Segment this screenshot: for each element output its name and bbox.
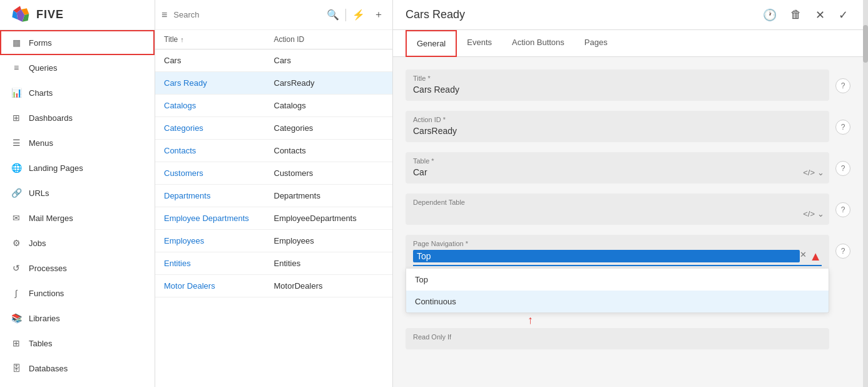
lightning-button[interactable]: ⚡ bbox=[350, 6, 367, 23]
table-row[interactable]: Categories Categories bbox=[155, 117, 392, 140]
sidebar-label-libraries: Libraries bbox=[29, 314, 60, 323]
sidebar-label-urls: URLs bbox=[29, 188, 49, 198]
table-row[interactable]: Customers Customers bbox=[155, 162, 392, 185]
cell-action: Categories bbox=[274, 123, 384, 133]
sidebar-item-mail-merges[interactable]: ✉ Mail Merges bbox=[0, 205, 155, 230]
sidebar-item-jobs[interactable]: ⚙ Jobs bbox=[0, 230, 155, 255]
form-content: Title * Cars Ready ? Action ID * CarsRea… bbox=[393, 57, 863, 387]
dep-dropdown-icon[interactable]: ⌄ bbox=[817, 209, 824, 219]
dependent-table-field-row: Dependent Table </> ⌄ ? bbox=[406, 194, 850, 225]
title-label: Title * bbox=[413, 75, 822, 82]
cell-title: Customers bbox=[164, 168, 274, 178]
sidebar-item-charts[interactable]: 📊 Charts bbox=[0, 80, 155, 105]
add-button[interactable]: ＋ bbox=[371, 6, 386, 24]
cell-action: Entities bbox=[274, 259, 384, 268]
read-only-container: Read Only If bbox=[406, 328, 829, 349]
sidebar-icon-processes: ↺ bbox=[10, 262, 23, 274]
page-navigation-field-row: Page Navigation * Top ✕ ▲ Top Continuous bbox=[406, 235, 850, 349]
page-nav-inner: Page Navigation * Top ✕ ▲ bbox=[406, 235, 829, 269]
cell-action: MotorDealers bbox=[274, 281, 384, 291]
sidebar-item-processes[interactable]: ↺ Processes bbox=[0, 255, 155, 281]
sidebar-nav: ▦ Forms ≡ Queries 📊 Charts ⊞ Dashboards … bbox=[0, 30, 155, 387]
sidebar-item-urls[interactable]: 🔗 URLs bbox=[0, 180, 155, 205]
dropdown-item-top[interactable]: Top bbox=[406, 269, 829, 291]
sidebar-item-forms[interactable]: ▦ Forms bbox=[0, 30, 155, 55]
search-input[interactable] bbox=[173, 10, 320, 19]
col-title-header[interactable]: Title ↑ bbox=[164, 35, 274, 44]
cell-title: Employee Departments bbox=[164, 214, 274, 223]
table-row[interactable]: Catalogs Catalogs bbox=[155, 95, 392, 117]
table-code-icon[interactable]: </> bbox=[803, 168, 815, 177]
sidebar-item-functions[interactable]: ∫ Functions bbox=[0, 281, 155, 306]
dep-code-icon[interactable]: </> bbox=[803, 209, 815, 219]
cell-title: Departments bbox=[164, 191, 274, 200]
delete-button[interactable]: 🗑 bbox=[788, 6, 804, 24]
toolbar-divider bbox=[345, 9, 346, 21]
title-help-icon[interactable]: ? bbox=[835, 78, 850, 93]
action-id-value[interactable]: CarsReady bbox=[413, 126, 822, 136]
page-title: Cars Ready bbox=[406, 8, 760, 21]
title-field-row: Title * Cars Ready ? bbox=[406, 70, 850, 101]
table-row[interactable]: Cars Ready CarsReady bbox=[155, 72, 392, 95]
dropdown-item-continuous[interactable]: Continuous bbox=[406, 291, 829, 312]
tab-pages[interactable]: Pages bbox=[574, 30, 618, 57]
table-row[interactable]: Departments Departments bbox=[155, 185, 392, 207]
sidebar-icon-charts: 📊 bbox=[10, 86, 23, 99]
title-value[interactable]: Cars Ready bbox=[413, 85, 822, 95]
action-id-help-icon[interactable]: ? bbox=[835, 120, 850, 135]
page-nav-dropdown: Top Continuous bbox=[406, 269, 829, 313]
tab-events[interactable]: Events bbox=[457, 30, 502, 57]
cell-action: Customers bbox=[274, 168, 384, 178]
tab-action-buttons[interactable]: Action Buttons bbox=[502, 30, 574, 57]
page-nav-arrow-icon[interactable]: ▲ bbox=[809, 250, 822, 262]
cell-title: Contacts bbox=[164, 146, 274, 155]
table-label: Table * bbox=[413, 157, 822, 165]
dependent-table-value[interactable] bbox=[413, 209, 822, 219]
table-row[interactable]: Motor Dealers MotorDealers bbox=[155, 275, 392, 297]
table-row[interactable]: Employees Employees bbox=[155, 230, 392, 252]
sidebar-item-menus[interactable]: ☰ Menus bbox=[0, 130, 155, 155]
cell-action: EmployeeDepartments bbox=[274, 214, 384, 223]
sidebar-item-instances[interactable]: ◈ Instances bbox=[0, 381, 155, 387]
cell-action: Contacts bbox=[274, 146, 384, 155]
sidebar-label-jobs: Jobs bbox=[29, 239, 46, 248]
tab-general[interactable]: General bbox=[406, 30, 457, 57]
page-nav-value[interactable]: Top bbox=[413, 250, 800, 262]
table-row[interactable]: Entities Entities bbox=[155, 252, 392, 275]
sidebar-label-processes: Processes bbox=[29, 264, 67, 273]
sidebar-icon-landing-pages: 🌐 bbox=[10, 162, 23, 174]
table-value[interactable]: Car bbox=[413, 167, 822, 177]
table-help-icon[interactable]: ? bbox=[835, 161, 850, 176]
sidebar-item-tables[interactable]: ⊞ Tables bbox=[0, 331, 155, 356]
table-row[interactable]: Contacts Contacts bbox=[155, 140, 392, 162]
history-button[interactable]: 🕐 bbox=[760, 6, 779, 24]
cell-title: Catalogs bbox=[164, 101, 274, 110]
sidebar-item-libraries[interactable]: 📚 Libraries bbox=[0, 306, 155, 331]
table-row[interactable]: Employee Departments EmployeeDepartments bbox=[155, 207, 392, 230]
table-field: Table * Car </> ⌄ bbox=[406, 152, 829, 183]
right-scrollbar[interactable] bbox=[863, 0, 868, 387]
dependent-table-help-icon[interactable]: ? bbox=[835, 202, 850, 217]
sidebar-icon-databases: 🗄 bbox=[10, 362, 23, 374]
sidebar-icon-tables: ⊞ bbox=[10, 337, 23, 349]
dependent-table-icons: </> ⌄ bbox=[803, 209, 824, 219]
close-button[interactable]: ✕ bbox=[813, 6, 827, 24]
sort-icon: ↑ bbox=[180, 36, 184, 43]
scroll-thumb[interactable] bbox=[863, 25, 868, 63]
dependent-table-label: Dependent Table bbox=[413, 199, 822, 206]
sidebar-item-landing-pages[interactable]: 🌐 Landing Pages bbox=[0, 155, 155, 180]
table-row[interactable]: Cars Cars bbox=[155, 49, 392, 72]
confirm-button[interactable]: ✓ bbox=[836, 6, 850, 24]
sidebar-label-dashboards: Dashboards bbox=[29, 113, 73, 123]
page-nav-clear-icon[interactable]: ✕ bbox=[800, 250, 807, 262]
table-dropdown-icon[interactable]: ⌄ bbox=[817, 168, 824, 177]
sidebar-item-queries[interactable]: ≡ Queries bbox=[0, 55, 155, 80]
tabs-bar: GeneralEventsAction ButtonsPages bbox=[393, 30, 863, 57]
sidebar-item-databases[interactable]: 🗄 Databases bbox=[0, 356, 155, 381]
sidebar-item-dashboards[interactable]: ⊞ Dashboards bbox=[0, 105, 155, 130]
cell-action: Departments bbox=[274, 191, 384, 200]
page-nav-help-icon[interactable]: ? bbox=[835, 244, 850, 259]
search-button[interactable]: 🔍 bbox=[324, 6, 342, 23]
col-action-header: Action ID bbox=[274, 35, 384, 44]
app-title: FIVE bbox=[36, 8, 64, 21]
